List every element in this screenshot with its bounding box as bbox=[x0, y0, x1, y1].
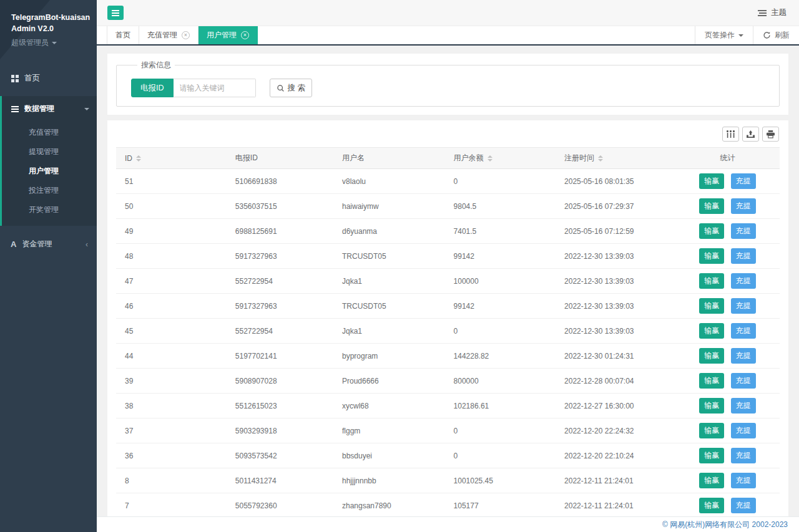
sidebar-item-user-mgmt[interactable]: 用户管理 bbox=[2, 162, 97, 181]
col-header-telegram-id: 电报ID bbox=[230, 148, 337, 169]
copyright-link[interactable]: © 网易(杭州)网络有限公司 2002-2023 bbox=[662, 520, 788, 529]
cell-telegram-id: 5917327963 bbox=[230, 294, 337, 319]
columns-icon bbox=[727, 130, 735, 138]
win-lose-button[interactable]: 输赢 bbox=[699, 423, 724, 438]
close-icon[interactable] bbox=[241, 31, 249, 39]
col-header-balance[interactable]: 用户余额 bbox=[449, 148, 560, 169]
win-lose-button[interactable]: 输赢 bbox=[699, 348, 724, 364]
recharge-withdraw-button[interactable]: 充提 bbox=[731, 398, 756, 414]
tab-home-label: 首页 bbox=[115, 30, 130, 41]
win-lose-button[interactable]: 输赢 bbox=[699, 298, 724, 314]
win-lose-button[interactable]: 输赢 bbox=[699, 223, 724, 239]
table-toolbar bbox=[116, 125, 780, 147]
refresh-button[interactable]: 刷新 bbox=[753, 26, 799, 44]
win-lose-button[interactable]: 输赢 bbox=[699, 498, 724, 513]
sidebar-group-data-header[interactable]: 数据管理 bbox=[2, 96, 97, 122]
refresh-label: 刷新 bbox=[775, 30, 790, 41]
search-button[interactable]: 搜 索 bbox=[270, 79, 312, 97]
tab-home[interactable]: 首页 bbox=[107, 26, 139, 44]
recharge-withdraw-button[interactable]: 充提 bbox=[731, 273, 756, 289]
recharge-withdraw-button[interactable]: 充提 bbox=[731, 348, 756, 364]
recharge-withdraw-button[interactable]: 充提 bbox=[731, 173, 756, 189]
cell-telegram-id: 5908907028 bbox=[230, 369, 337, 394]
cell-id: 7 bbox=[116, 493, 230, 517]
table-row: 45 552722954 Jqka1 0 2022-12-30 13:39:03… bbox=[116, 319, 780, 344]
tab-user-label: 用户管理 bbox=[207, 30, 237, 41]
table-body: 51 5106691838 v8laolu 0 2025-05-16 08:01… bbox=[116, 169, 780, 517]
print-button[interactable] bbox=[762, 127, 779, 142]
cell-telegram-id: 5093573542 bbox=[230, 443, 337, 468]
recharge-withdraw-button[interactable]: 充提 bbox=[731, 323, 756, 339]
win-lose-button[interactable]: 输赢 bbox=[699, 248, 724, 264]
cell-reg-time: 2022-12-30 13:39:03 bbox=[559, 319, 675, 344]
cell-username: zhangsan7890 bbox=[337, 493, 449, 517]
recharge-withdraw-button[interactable]: 充提 bbox=[731, 198, 756, 214]
win-lose-button[interactable]: 输赢 bbox=[699, 198, 724, 214]
cell-reg-time: 2022-12-11 21:24:01 bbox=[559, 468, 675, 493]
sidebar-group-data-label: 数据管理 bbox=[24, 104, 54, 114]
recharge-withdraw-button[interactable]: 充提 bbox=[731, 223, 756, 239]
win-lose-button[interactable]: 输赢 bbox=[699, 473, 724, 488]
cell-username: v8laolu bbox=[337, 169, 449, 194]
recharge-withdraw-button[interactable]: 充提 bbox=[731, 298, 756, 314]
cell-telegram-id: 552722954 bbox=[230, 269, 337, 294]
win-lose-button[interactable]: 输赢 bbox=[699, 173, 724, 189]
win-lose-button[interactable]: 输赢 bbox=[699, 448, 724, 463]
sidebar-toggle-button[interactable] bbox=[107, 6, 124, 20]
sort-icon[interactable] bbox=[598, 155, 603, 162]
recharge-withdraw-button[interactable]: 充提 bbox=[731, 423, 756, 438]
search-button-label: 搜 索 bbox=[288, 83, 305, 94]
cell-actions: 输赢 充提 bbox=[675, 443, 780, 468]
export-button[interactable] bbox=[742, 127, 759, 142]
cell-reg-time: 2022-12-28 00:07:04 bbox=[559, 369, 675, 394]
user-role-dropdown[interactable]: 超级管理员 bbox=[11, 37, 92, 48]
recharge-withdraw-button[interactable]: 充提 bbox=[731, 248, 756, 264]
hamburger-icon bbox=[112, 10, 119, 16]
sidebar-item-home[interactable]: 首页 bbox=[0, 65, 97, 91]
recharge-withdraw-button[interactable]: 充提 bbox=[731, 498, 756, 513]
theme-button[interactable]: 主题 bbox=[758, 7, 787, 18]
tab-user-mgmt[interactable]: 用户管理 bbox=[199, 26, 258, 44]
win-lose-button[interactable]: 输赢 bbox=[699, 323, 724, 339]
cell-username: flggm bbox=[337, 418, 449, 443]
columns-button[interactable] bbox=[722, 127, 739, 142]
sort-icon[interactable] bbox=[488, 155, 493, 162]
tabbar: 首页 充值管理 用户管理 页签操作 刷新 bbox=[97, 26, 799, 46]
sidebar-item-recharge-mgmt[interactable]: 充值管理 bbox=[2, 123, 97, 142]
cell-reg-time: 2025-05-16 07:29:37 bbox=[559, 194, 675, 219]
app-title-line1: TelegramBot-kuaisan bbox=[11, 12, 92, 24]
col-header-id[interactable]: ID bbox=[116, 148, 230, 169]
cell-balance: 9804.5 bbox=[449, 194, 560, 219]
cell-actions: 输赢 充提 bbox=[675, 169, 780, 194]
recharge-withdraw-button[interactable]: 充提 bbox=[731, 373, 756, 389]
win-lose-button[interactable]: 输赢 bbox=[699, 373, 724, 389]
keyword-input[interactable] bbox=[174, 79, 256, 97]
cell-telegram-id: 5197702141 bbox=[230, 344, 337, 369]
cell-username: TRCUSDT05 bbox=[337, 244, 449, 269]
sidebar-item-bet-mgmt[interactable]: 投注管理 bbox=[2, 181, 97, 200]
recharge-withdraw-button[interactable]: 充提 bbox=[731, 448, 756, 463]
cell-actions: 输赢 充提 bbox=[675, 493, 780, 517]
win-lose-button[interactable]: 输赢 bbox=[699, 398, 724, 414]
cell-username: bbsduyei bbox=[337, 443, 449, 468]
field-select-button[interactable]: 电报ID bbox=[131, 79, 174, 97]
search-legend: 搜索信息 bbox=[137, 60, 175, 70]
col-header-reg-time[interactable]: 注册时间 bbox=[559, 148, 675, 169]
tab-operations-dropdown[interactable]: 页签操作 bbox=[695, 26, 753, 44]
sidebar-item-withdraw-mgmt[interactable]: 提现管理 bbox=[2, 142, 97, 162]
col-header-username: 用户名 bbox=[337, 148, 449, 169]
content-area: 搜索信息 电报ID 搜 索 bbox=[97, 46, 799, 516]
sidebar-item-lottery-mgmt[interactable]: 开奖管理 bbox=[2, 200, 97, 220]
sort-icon[interactable] bbox=[136, 155, 141, 162]
sidebar-group-funds-label: 资金管理 bbox=[22, 239, 52, 249]
cell-telegram-id: 6988125691 bbox=[230, 219, 337, 244]
close-icon[interactable] bbox=[182, 31, 190, 39]
cell-username: TRCUSDT05 bbox=[337, 294, 449, 319]
cell-telegram-id: 5512615023 bbox=[230, 394, 337, 418]
sidebar-group-data: 数据管理 充值管理 提现管理 用户管理 投注管理 开奖管理 bbox=[0, 96, 97, 226]
sidebar-group-funds[interactable]: A 资金管理 bbox=[0, 231, 97, 258]
cell-username: hhjjjnnnbb bbox=[337, 468, 449, 493]
win-lose-button[interactable]: 输赢 bbox=[699, 273, 724, 289]
recharge-withdraw-button[interactable]: 充提 bbox=[731, 473, 756, 488]
tab-recharge-mgmt[interactable]: 充值管理 bbox=[139, 26, 199, 44]
